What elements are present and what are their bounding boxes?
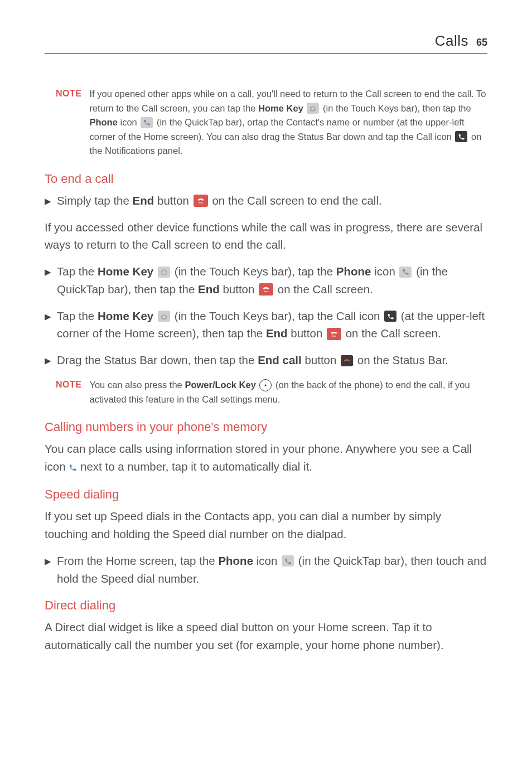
note-block: NOTE You can also press the Power/Lock K… [56, 378, 487, 406]
power-lock-key-label: Power/Lock Key [185, 380, 255, 390]
header-section-title: Calls [435, 32, 468, 50]
text-fragment: Drag the Status Bar down, then tap the [57, 354, 258, 366]
page-number: 65 [476, 37, 487, 49]
home-key-icon [307, 103, 319, 114]
bullet-icon: ▶ [45, 552, 51, 588]
list-item-text: Tap the Home Key (in the Touch Keys bar)… [57, 263, 487, 298]
text-fragment: From the Home screen, tap the [57, 554, 218, 567]
text-fragment: icon [371, 265, 398, 278]
home-key-label: Home Key [98, 265, 153, 278]
list-item: ▶ From the Home screen, tap the Phone ic… [45, 552, 487, 588]
bullet-icon: ▶ [45, 263, 51, 298]
text-fragment: button [302, 354, 340, 366]
body-paragraph: A Direct dial widget is like a speed dia… [45, 618, 487, 654]
svg-text:End: End [264, 290, 268, 293]
page-header: Calls 65 [45, 32, 487, 54]
list-item-text: Drag the Status Bar down, then tap the E… [57, 351, 448, 369]
home-key-label: Home Key [258, 103, 303, 113]
text-fragment: (in the Touch Keys bar), tap the [175, 265, 336, 278]
text-fragment: icon [253, 554, 280, 567]
note-label: NOTE [56, 378, 81, 406]
end-call-label: End call [258, 354, 302, 366]
body-paragraph: If you set up Speed dials in the Contact… [45, 507, 487, 543]
end-label: End [133, 194, 154, 207]
text-fragment: Simply tap the [57, 194, 133, 207]
note-label: NOTE [56, 87, 81, 158]
body-paragraph: If you accessed other device functions w… [45, 219, 487, 254]
bullet-icon: ▶ [45, 351, 51, 369]
text-fragment: on the Status Bar. [357, 354, 448, 366]
page-content: Calls 65 NOTE If you opened other apps w… [0, 0, 532, 685]
end-label: End [266, 327, 288, 340]
home-key-label: Home Key [98, 309, 153, 322]
section-heading-memory: Calling numbers in your phone's memory [45, 420, 487, 434]
end-button-icon: End [259, 283, 273, 296]
note-text: If you opened other apps while on a call… [89, 87, 487, 158]
section-heading-end-call: To end a call [45, 172, 487, 186]
svg-text:End: End [332, 335, 336, 337]
section-heading-direct: Direct dialing [45, 598, 487, 613]
body-paragraph: You can place calls using information st… [45, 440, 487, 476]
list-item: ▶ Tap the Home Key (in the Touch Keys ba… [45, 263, 487, 298]
list-item: ▶ Tap the Home Key (in the Touch Keys ba… [45, 307, 487, 343]
text-fragment: on the Call screen. [346, 327, 441, 340]
power-lock-key-icon [259, 379, 272, 391]
text-fragment: next to a number, tap it to automaticall… [80, 460, 312, 473]
list-item-text: Tap the Home Key (in the Touch Keys bar)… [57, 307, 487, 343]
text-fragment: (in the Touch Keys bar), tap the Call ic… [175, 309, 384, 322]
phone-icon [141, 117, 153, 128]
text-fragment: Tap the [57, 309, 98, 322]
end-label: End [198, 283, 220, 296]
phone-icon [399, 267, 412, 278]
phone-label: Phone [336, 265, 371, 278]
list-item: ▶ Drag the Status Bar down, then tap the… [45, 351, 487, 369]
note-text-fragment: (in the Touch Keys bar), then tap the [323, 103, 471, 113]
list-item-text: Simply tap the End button End on the Cal… [57, 192, 382, 210]
home-key-icon [158, 311, 170, 322]
call-icon [455, 131, 467, 142]
note-text-fragment: You can also press the [89, 380, 185, 390]
bullet-icon: ▶ [45, 192, 51, 210]
text-fragment: button [154, 194, 192, 207]
phone-label: Phone [89, 117, 117, 127]
bullet-icon: ▶ [45, 307, 51, 343]
phone-icon [282, 555, 294, 567]
text-fragment: button [288, 327, 326, 340]
end-call-icon [341, 355, 353, 366]
section-heading-speed: Speed dialing [45, 487, 487, 502]
note-text: You can also press the Power/Lock Key (o… [89, 378, 487, 406]
text-fragment: on the Call screen to end the call. [212, 194, 381, 207]
call-icon [384, 311, 396, 322]
text-fragment: button [220, 283, 258, 296]
call-icon [69, 459, 77, 477]
text-fragment: Tap the [57, 265, 98, 278]
svg-text:End: End [199, 202, 202, 205]
text-fragment: on the Call screen. [278, 283, 373, 296]
list-item-text: From the Home screen, tap the Phone icon… [57, 552, 487, 588]
home-key-icon [158, 267, 170, 278]
list-item: ▶ Simply tap the End button End on the C… [45, 192, 487, 210]
phone-label: Phone [218, 554, 253, 567]
end-button-icon: End [194, 195, 208, 207]
end-button-icon: End [327, 328, 341, 340]
note-block: NOTE If you opened other apps while on a… [56, 87, 487, 158]
note-text-fragment: icon [118, 117, 139, 127]
